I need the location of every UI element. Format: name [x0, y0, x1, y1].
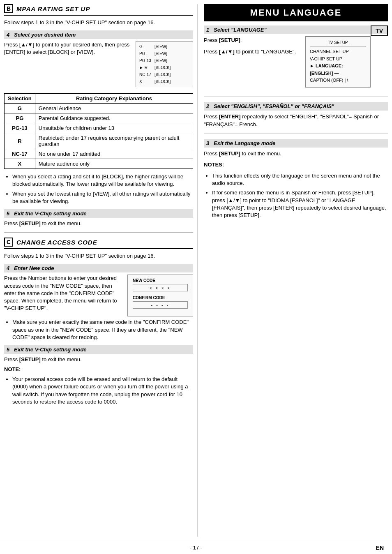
table-cell-selection: PG-13 — [5, 123, 35, 133]
step1r-number: 1 — [206, 27, 209, 33]
rating-table-body: GGeneral AudiencePGParental Guidance sug… — [5, 104, 193, 169]
vchip-val-x: [BLOCK] — [154, 78, 171, 85]
table-cell-explanation: Parental Guidance suggested. — [35, 113, 193, 123]
step5b-number: 5 — [7, 210, 9, 217]
vchip-val-g: [VIEW] — [154, 43, 171, 50]
vchip-menu-mockup: G PG PG-13 ► R NC-17 X [VIEW] [VIEW] [VI… — [136, 41, 193, 87]
section-b-header: B MPAA RATING SET UP — [4, 4, 193, 16]
note-bullet-list: Your personal access code will be erased… — [12, 376, 193, 406]
section-c-title: CHANGE ACCESS CODE — [16, 239, 97, 246]
table-col1: Selection — [5, 94, 35, 104]
section-c-header: C CHANGE ACCESS CODE — [4, 238, 193, 249]
notes-label-r: NOTES: — [204, 161, 388, 169]
step5b-text: Press [SETUP] to exit the menu. — [4, 220, 193, 227]
vchip-label-nc17: NC-17 — [139, 71, 151, 78]
step5c-number: 5 — [7, 346, 9, 353]
section-c-box: C — [4, 238, 13, 247]
section-c: C CHANGE ACCESS CODE Follow steps 1 to 3… — [4, 238, 193, 406]
step5c-label: Exit the V-Chip setting mode — [14, 346, 86, 353]
vchip-val-nc17: [BLOCK] — [154, 71, 171, 78]
step5b-label: Exit the V-Chip setting mode — [14, 210, 86, 217]
menu-item-caption: CAPTION (OFF) | \ — [310, 77, 366, 84]
confirm-value: - - - - — [133, 301, 188, 309]
vchip-val-pg: [VIEW] — [154, 50, 171, 57]
note-text: Your personal access code will be erased… — [12, 376, 193, 406]
vchip-label-pg13: PG-13 — [139, 57, 151, 64]
rating-table: Selection Rating Category Explanations G… — [4, 93, 193, 169]
step4-content: G PG PG-13 ► R NC-17 X [VIEW] [VIEW] [VI… — [4, 41, 193, 89]
table-cell-explanation: General Audience — [35, 104, 193, 113]
bullet-item: When you set the lowest rating to [VIEW]… — [12, 190, 193, 205]
section-b: B MPAA RATING SET UP Follow steps 1 to 3… — [4, 4, 193, 227]
step1r-label: Select "LANGUAGE" — [214, 27, 267, 33]
table-row: XMature audience only — [5, 159, 193, 169]
step2r-header: 2 Select "ENGLISH", "ESPAÑOL" or "FRANÇA… — [204, 102, 388, 111]
vchip-label-x: X — [139, 78, 151, 85]
table-cell-explanation: Restricted; under 17 requires accompanyi… — [35, 133, 193, 149]
table-row: PG-13Unsuitable for children under 13 — [5, 123, 193, 133]
table-row: RRestricted; under 17 requires accompany… — [5, 133, 193, 149]
new-code-label: NEW CODE — [133, 278, 188, 283]
section-c-bullet-list: Make sure you enter exactly the same new… — [12, 319, 193, 341]
step5c-header: 5 Exit the V-Chip setting mode — [4, 345, 193, 354]
menu-item-language: ► LANGUAGE:[ENGLISH] — — [310, 62, 366, 77]
table-cell-selection: PG — [5, 113, 35, 123]
table-cell-explanation: Unsuitable for children under 13 — [35, 123, 193, 133]
section-b-bullets: When you select a rating and set it to [… — [12, 173, 193, 205]
page-footer: - 17 - EN — [0, 541, 392, 554]
right-column: MENU LANGUAGE TV 1 Select "LANGUAGE" - T… — [197, 4, 388, 537]
step1r-content: - TV SETUP - CHANNEL SET UP V-CHIP SET U… — [204, 36, 388, 92]
table-col2: Rating Category Explanations — [35, 94, 193, 104]
step3r-label: Exit the Language mode — [214, 140, 275, 146]
vchip-label-pg: PG — [139, 50, 151, 57]
step3r-header: 3 Exit the Language mode — [204, 139, 388, 148]
step4-header: 4 Select your desired item — [4, 30, 193, 39]
step2r-number: 2 — [206, 103, 209, 109]
lang-badge: EN — [376, 545, 384, 551]
menu-item-channel: CHANNEL SET UP — [310, 48, 366, 55]
divider-bc — [4, 232, 193, 233]
step4c-number: 4 — [7, 265, 9, 271]
vchip-label-r: ► R — [139, 64, 151, 71]
section-b-box: B — [4, 4, 13, 13]
table-cell-selection: G — [5, 104, 35, 113]
left-column: B MPAA RATING SET UP Follow steps 1 to 3… — [4, 4, 193, 537]
step1r-header: 1 Select "LANGUAGE" — [204, 25, 388, 34]
step4-label: Select your desired item — [14, 32, 76, 38]
menu-language-title: MENU LANGUAGE — [204, 4, 388, 21]
note-label: NOTE: — [4, 366, 193, 373]
vchip-val-r: [BLOCK] — [154, 64, 171, 71]
tv-badge: TV — [371, 25, 388, 36]
table-cell-explanation: No one under 17 admitted — [35, 149, 193, 159]
tv-menu-title: - TV SETUP - — [310, 39, 366, 46]
section-b-intro: Follow steps 1 to 3 in the "V-CHIP SET U… — [4, 19, 193, 26]
vchip-label-g: G — [139, 43, 151, 50]
step4c-label: Enter New code — [14, 265, 54, 271]
vchip-val-pg13: [VIEW] — [154, 57, 171, 64]
step4c-content: NEW CODE x x x x CONFIRM CODE - - - - Pr… — [4, 275, 193, 319]
step2r-label: Select "ENGLISH", "ESPAÑOL" or "FRANÇAIS… — [214, 103, 334, 109]
step5c-text: Press [SETUP] to exit the menu. — [4, 356, 193, 363]
section-c-intro: Follow steps 1 to 3 in the "V-CHIP SET U… — [4, 252, 193, 260]
table-cell-selection: NC-17 — [5, 149, 35, 159]
table-row: PGParental Guidance suggested. — [5, 113, 193, 123]
divider-r2r3 — [204, 134, 388, 134]
note-item: This function effects only the language … — [212, 172, 388, 187]
table-cell-explanation: Mature audience only — [35, 159, 193, 169]
section-b-title: MPAA RATING SET UP — [16, 5, 90, 12]
menu-item-vchip: V-CHIP SET UP — [310, 55, 366, 63]
tv-menu-mockup: - TV SETUP - CHANNEL SET UP V-CHIP SET U… — [305, 36, 371, 88]
table-cell-selection: X — [5, 159, 35, 169]
page-number: - 17 - — [190, 545, 202, 551]
table-cell-selection: R — [5, 133, 35, 149]
step3r-text: Press [SETUP] to exit the menu. — [204, 150, 388, 158]
new-code-value: x x x x — [133, 284, 188, 291]
code-mockup: NEW CODE x x x x CONFIRM CODE - - - - — [127, 275, 193, 316]
step4-number: 4 — [7, 32, 9, 38]
table-row: NC-17No one under 17 admitted — [5, 149, 193, 159]
step2r-text: Press [ENTER] repeatedly to select "ENGL… — [204, 113, 388, 129]
vchip-labels: G PG PG-13 ► R NC-17 X — [139, 43, 151, 85]
confirm-label: CONFIRM CODE — [133, 295, 188, 300]
section-c-bullet: Make sure you enter exactly the same new… — [12, 319, 193, 341]
step3r-number: 3 — [206, 140, 209, 146]
